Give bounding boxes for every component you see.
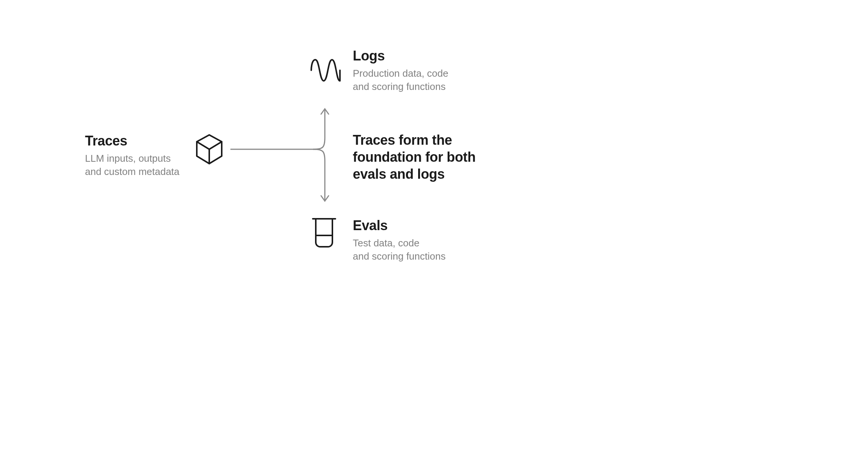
evals-node: Evals Test data, code and scoring functi… bbox=[353, 218, 474, 263]
cube-icon bbox=[195, 133, 224, 167]
traces-subtitle-line1: LLM inputs, outputs bbox=[85, 153, 171, 164]
center-line2: foundation for both bbox=[353, 149, 476, 165]
evals-subtitle-line1: Test data, code bbox=[353, 237, 419, 249]
traces-subtitle: LLM inputs, outputs and custom metadata bbox=[85, 152, 191, 178]
evals-title: Evals bbox=[353, 218, 474, 234]
traces-subtitle-line2: and custom metadata bbox=[85, 166, 179, 177]
branch-connector bbox=[230, 106, 336, 204]
beaker-icon bbox=[311, 217, 337, 250]
logs-node: Logs Production data, code and scoring f… bbox=[353, 48, 474, 93]
evals-subtitle: Test data, code and scoring functions bbox=[353, 237, 474, 263]
traces-title: Traces bbox=[85, 133, 191, 149]
waveform-icon bbox=[309, 54, 342, 88]
center-line3: evals and logs bbox=[353, 166, 445, 182]
traces-node: Traces LLM inputs, outputs and custom me… bbox=[85, 133, 191, 178]
center-caption-text: Traces form the foundation for both eval… bbox=[353, 132, 496, 183]
evals-subtitle-line2: and scoring functions bbox=[353, 251, 446, 262]
logs-subtitle: Production data, code and scoring functi… bbox=[353, 67, 474, 93]
center-caption: Traces form the foundation for both eval… bbox=[353, 132, 496, 183]
center-line1: Traces form the bbox=[353, 132, 452, 148]
logs-subtitle-line1: Production data, code bbox=[353, 68, 448, 79]
logs-title: Logs bbox=[353, 48, 474, 64]
logs-subtitle-line2: and scoring functions bbox=[353, 81, 446, 92]
